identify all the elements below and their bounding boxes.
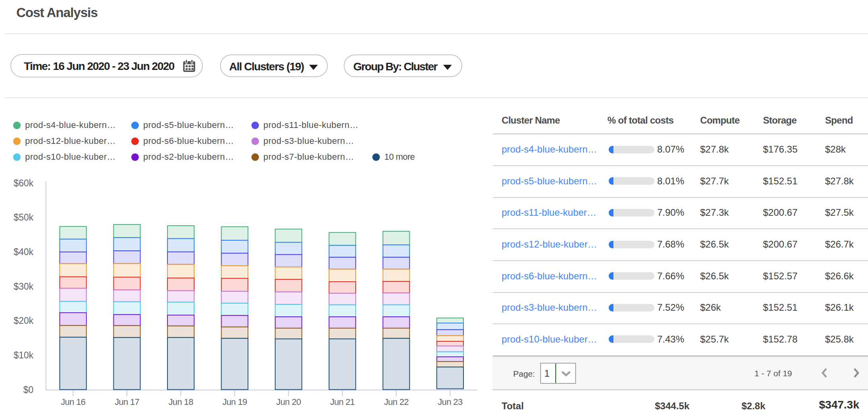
svg-text:Jun 22: Jun 22 bbox=[384, 397, 409, 407]
svg-text:$50k: $50k bbox=[14, 212, 33, 223]
svg-text:$10k: $10k bbox=[14, 350, 33, 360]
svg-text:$40k: $40k bbox=[14, 247, 33, 257]
svg-text:Jun 16: Jun 16 bbox=[61, 397, 86, 407]
svg-text:Jun 19: Jun 19 bbox=[222, 397, 247, 407]
svg-text:Jun 21: Jun 21 bbox=[330, 397, 355, 407]
svg-text:Jun 17: Jun 17 bbox=[115, 397, 139, 407]
svg-text:$20k: $20k bbox=[14, 315, 33, 326]
svg-text:$60k: $60k bbox=[14, 178, 33, 188]
svg-text:$0: $0 bbox=[23, 385, 33, 395]
svg-text:Jun 18: Jun 18 bbox=[169, 397, 193, 407]
svg-text:Jun 23: Jun 23 bbox=[438, 397, 463, 407]
svg-text:Jun 20: Jun 20 bbox=[276, 397, 301, 407]
svg-text:$30k: $30k bbox=[14, 281, 33, 292]
